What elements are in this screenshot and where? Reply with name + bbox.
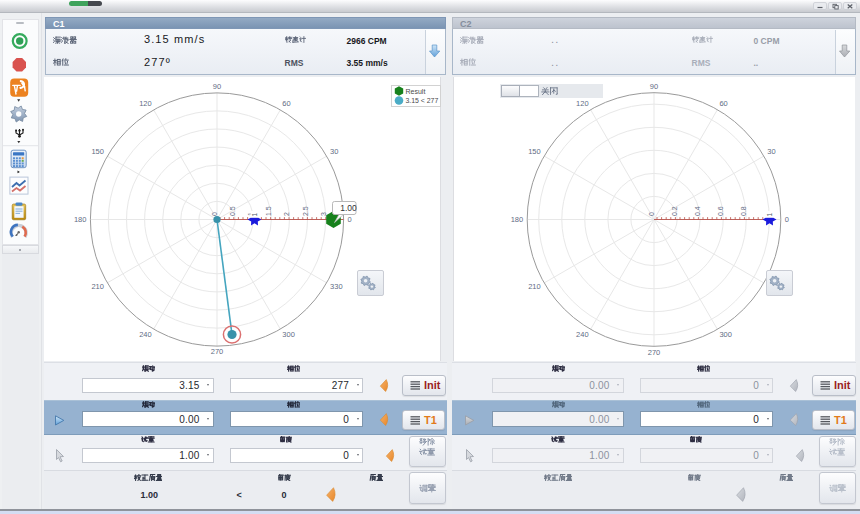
svg-text:Result: Result bbox=[406, 88, 426, 95]
svg-text:3.15 < 277: 3.15 < 277 bbox=[406, 97, 439, 104]
